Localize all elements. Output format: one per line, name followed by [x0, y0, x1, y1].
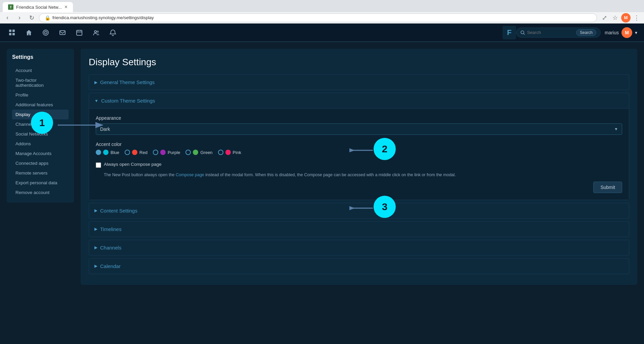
color-radio-green[interactable] — [185, 150, 191, 155]
bell-icon[interactable] — [108, 27, 118, 38]
browser-tabs: f Friendica Social Netw... × — [0, 0, 644, 12]
appearance-label: Appearance — [96, 115, 622, 121]
compose-checkbox[interactable] — [96, 162, 101, 168]
svg-rect-5 — [12, 33, 15, 35]
home-icon[interactable] — [24, 27, 34, 38]
svg-line-14 — [523, 33, 525, 35]
appearance-select-wrapper: Dark Light System Default — [96, 123, 622, 135]
username: marius — [605, 30, 619, 35]
user-dropdown-icon[interactable]: ▾ — [635, 30, 637, 35]
tab-close-button[interactable]: × — [65, 4, 68, 10]
reload-button[interactable]: ↻ — [27, 13, 36, 23]
sidebar-item-remote-servers[interactable]: Remote servers — [12, 168, 69, 178]
color-dot-red — [132, 150, 137, 155]
compose-checkbox-row: Always open Compose page — [96, 162, 622, 168]
color-dot-pink — [225, 150, 231, 155]
channels-label: Channels — [100, 245, 121, 251]
custom-theme-chevron: ▼ — [94, 99, 98, 103]
content-settings-chevron: ▶ — [94, 208, 97, 213]
calendar-icon[interactable] — [74, 27, 85, 38]
sidebar-item-additional-features[interactable]: Additional features — [12, 100, 69, 110]
mail-icon[interactable] — [57, 27, 68, 38]
search-button[interactable]: Search — [576, 29, 596, 36]
custom-theme-header[interactable]: ▼ Custom Theme Settings — [89, 93, 629, 108]
sidebar: Settings Account Two-factor authenticati… — [7, 49, 74, 203]
color-radio-red[interactable] — [125, 150, 130, 155]
color-option-red[interactable]: Red — [125, 150, 147, 155]
appearance-select[interactable]: Dark Light System Default — [96, 123, 622, 135]
color-option-blue[interactable]: Blue — [96, 150, 119, 155]
general-theme-header[interactable]: ▶ General Theme Settings — [89, 75, 629, 90]
content-settings-header[interactable]: ▶ Content Settings — [89, 203, 629, 218]
address-bar[interactable]: 🔒 friendica.mariushosting.synology.me/se… — [39, 13, 597, 22]
sidebar-item-social-networks[interactable]: Social Networks — [12, 129, 69, 139]
svg-point-11 — [94, 31, 96, 33]
star-button[interactable]: ☆ — [610, 13, 620, 23]
menu-button[interactable]: ⋮ — [632, 13, 641, 23]
color-option-green[interactable]: Green — [185, 150, 212, 155]
calendar-chevron: ▶ — [94, 264, 97, 268]
appearance-group: Appearance Dark Light System Default — [96, 115, 622, 135]
accent-color-group: Accent color Blue Red — [96, 142, 622, 155]
color-radio-purple[interactable] — [153, 150, 158, 155]
sidebar-item-account[interactable]: Account — [12, 66, 69, 75]
sidebar-item-2fa[interactable]: Two-factor authentication — [12, 75, 69, 90]
timelines-section: ▶ Timelines — [89, 221, 629, 237]
color-option-purple[interactable]: Purple — [153, 150, 180, 155]
browser-chrome: f Friendica Social Netw... × ‹ › ↻ 🔒 fri… — [0, 0, 644, 24]
color-dot-blue — [103, 150, 109, 155]
app: F Search marius M ▾ Settings Account Two… — [0, 24, 644, 344]
timelines-chevron: ▶ — [94, 227, 97, 231]
sidebar-item-manage-accounts[interactable]: Manage Accounts — [12, 149, 69, 158]
svg-text:f: f — [10, 5, 11, 9]
contacts-icon[interactable] — [91, 27, 101, 38]
site-logo[interactable]: F — [503, 26, 516, 39]
bookmark-button[interactable]: ⤢ — [600, 13, 609, 23]
user-info[interactable]: marius M ▾ — [605, 27, 637, 38]
top-nav: F Search marius M ▾ — [0, 24, 644, 42]
sidebar-item-channels[interactable]: Channels — [12, 119, 69, 129]
apps-icon[interactable] — [7, 27, 17, 38]
url-text: friendica.mariushosting.synology.me/sett… — [52, 15, 591, 20]
search-input[interactable] — [527, 30, 574, 35]
content-panel: Display Settings ▶ General Theme Setting… — [81, 49, 637, 285]
color-radio-blue[interactable] — [96, 150, 101, 155]
sidebar-item-profile[interactable]: Profile — [12, 90, 69, 100]
lock-icon: 🔒 — [45, 15, 50, 21]
color-label-red: Red — [139, 150, 147, 155]
color-radio-pink[interactable] — [218, 150, 223, 155]
color-label-pink: Pink — [233, 150, 241, 155]
svg-rect-4 — [9, 33, 11, 35]
target-icon[interactable] — [40, 27, 51, 38]
general-theme-chevron: ▶ — [94, 80, 97, 85]
custom-theme-body: Appearance Dark Light System Default Acc… — [89, 108, 629, 200]
sidebar-item-export-personal-data[interactable]: Export personal data — [12, 178, 69, 188]
browser-tab[interactable]: f Friendica Social Netw... × — [3, 2, 73, 12]
forward-button[interactable]: › — [15, 13, 24, 23]
sidebar-item-display[interactable]: Display — [12, 110, 69, 119]
toolbar-actions: ⤢ ☆ M ⋮ — [600, 13, 641, 23]
color-option-pink[interactable]: Pink — [218, 150, 241, 155]
accent-color-options: Blue Red Purple — [96, 150, 622, 155]
general-theme-section: ▶ General Theme Settings — [89, 74, 629, 90]
calendar-header[interactable]: ▶ Calendar — [89, 259, 629, 274]
sidebar-item-remove-account[interactable]: Remove account — [12, 188, 69, 197]
back-button[interactable]: ‹ — [3, 13, 12, 23]
compose-checkbox-group: Always open Compose page The New Post bu… — [96, 162, 622, 178]
tab-title: Friendica Social Netw... — [16, 5, 62, 10]
nav-right: Search marius M ▾ — [516, 27, 637, 38]
search-box: Search — [516, 28, 601, 38]
svg-point-12 — [97, 31, 98, 32]
browser-user-avatar[interactable]: M — [621, 13, 631, 23]
sidebar-item-addons[interactable]: Addons — [12, 139, 69, 149]
accent-color-label: Accent color — [96, 142, 622, 147]
submit-area: Submit — [96, 178, 622, 193]
submit-button[interactable]: Submit — [593, 182, 622, 193]
compose-label: Always open Compose page — [104, 162, 162, 167]
compose-page-link[interactable]: Compose page — [176, 173, 204, 177]
color-label-blue: Blue — [111, 150, 119, 155]
sidebar-item-connected-apps[interactable]: Connected apps — [12, 158, 69, 168]
timelines-header[interactable]: ▶ Timelines — [89, 222, 629, 237]
channels-header[interactable]: ▶ Channels — [89, 240, 629, 255]
svg-point-13 — [521, 31, 524, 34]
